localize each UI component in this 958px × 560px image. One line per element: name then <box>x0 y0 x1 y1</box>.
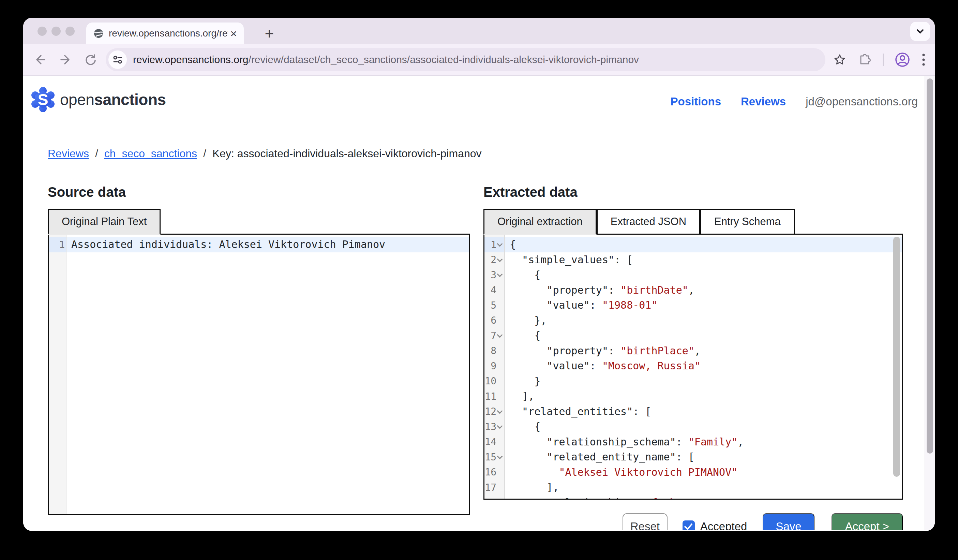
fold-chevron-icon[interactable] <box>496 257 503 263</box>
extracted-editor-code[interactable]: { "simple_values": [ { "property": "birt… <box>505 235 902 499</box>
breadcrumb-separator: / <box>203 148 206 160</box>
code-line-8[interactable]: "property": "birthPlace", <box>505 343 902 359</box>
source-editor-gutter: 1 <box>49 235 67 514</box>
user-email[interactable]: jd@opensanctions.org <box>806 95 918 108</box>
fold-chevron-icon[interactable] <box>496 423 503 430</box>
code-line-9[interactable]: "value": "Moscow, Russia" <box>505 359 902 374</box>
line-number-2: 2 <box>484 252 504 268</box>
close-window-button[interactable] <box>38 27 47 36</box>
code-line-1[interactable]: { <box>505 237 902 252</box>
code-line-12[interactable]: "related_entities": [ <box>505 404 902 419</box>
minimize-window-button[interactable] <box>51 27 61 36</box>
fold-chevron-icon[interactable] <box>496 271 503 278</box>
new-tab-button[interactable]: + <box>260 24 279 43</box>
source-tab-original-plain-text[interactable]: Original Plain Text <box>48 209 160 235</box>
window-controls <box>38 27 75 36</box>
extracted-json-editor[interactable]: 123456789101112131415161718 { "simple_va… <box>484 233 903 500</box>
line-number-12: 12 <box>484 404 504 419</box>
code-line-14[interactable]: "relationship_schema": "Family", <box>505 435 902 450</box>
fold-chevron-icon[interactable] <box>496 454 503 460</box>
line-number-10: 10 <box>484 374 504 389</box>
code-line-7[interactable]: { <box>505 328 902 343</box>
extracted-tab-entry-schema[interactable]: Entry Schema <box>700 209 795 235</box>
opensanctions-logo[interactable]: S opensanctions <box>31 87 166 112</box>
fold-spacer <box>496 287 503 293</box>
site-nav: Positions Reviews jd@opensanctions.org <box>671 92 918 111</box>
source-editor-code[interactable]: Associated individuals: Aleksei Viktorov… <box>67 235 469 514</box>
code-line-17[interactable]: ], <box>505 480 902 495</box>
reset-button[interactable]: Reset <box>623 513 668 530</box>
code-line-4[interactable]: "property": "birthDate", <box>505 283 902 298</box>
bookmark-star-icon[interactable] <box>833 53 847 67</box>
site-settings-icon[interactable] <box>108 51 127 69</box>
forward-button[interactable] <box>59 53 72 67</box>
fold-spacer <box>496 317 503 324</box>
back-button[interactable] <box>33 53 47 67</box>
line-number-15: 15 <box>484 449 504 465</box>
line-number-5: 5 <box>484 298 504 313</box>
breadcrumb: Reviews / ch_seco_sanctions / Key: assoc… <box>48 148 482 160</box>
fold-chevron-icon[interactable] <box>496 241 503 248</box>
editor-scrollbar-thumb[interactable] <box>893 237 900 477</box>
line-number-13: 13 <box>484 419 504 435</box>
browser-window: review.opensanctions.org/rev × + <box>23 18 935 531</box>
code-line-1[interactable]: Associated individuals: Aleksei Viktorov… <box>67 237 469 252</box>
page-scrollbar-thumb[interactable] <box>926 78 933 454</box>
code-line-6[interactable]: }, <box>505 313 902 328</box>
fold-chevron-icon[interactable] <box>496 332 503 339</box>
breadcrumb-current-key: Key: associated-individuals-aleksei-vikt… <box>213 148 482 160</box>
breadcrumb-link-reviews[interactable]: Reviews <box>48 148 89 160</box>
review-actions: Reset Accepted Save Accept > <box>623 513 903 530</box>
reload-button[interactable] <box>84 53 97 67</box>
tab-title: review.opensanctions.org/rev <box>109 28 228 39</box>
source-data-panel: Source data Original Plain Text 1 Associ… <box>48 184 470 515</box>
accepted-checkbox[interactable] <box>682 520 695 530</box>
code-line-18[interactable]: "relationship": "father" <box>505 495 902 499</box>
chevron-down-icon <box>915 26 925 36</box>
fold-spacer <box>496 469 503 476</box>
nav-link-positions[interactable]: Positions <box>671 95 722 108</box>
tab-list-chevron-button[interactable] <box>910 22 930 41</box>
source-text-editor[interactable]: 1 Associated individuals: Aleksei Viktor… <box>48 233 470 515</box>
accept-button[interactable]: Accept > <box>831 513 903 530</box>
code-line-15[interactable]: "related_entity_name": [ <box>505 449 902 465</box>
fold-spacer <box>496 439 503 446</box>
extracted-data-panel: Extracted data Original extractionExtrac… <box>484 184 903 515</box>
extracted-tab-original-extraction[interactable]: Original extraction <box>484 209 596 235</box>
page-scrollbar[interactable] <box>925 76 935 530</box>
line-number-14: 14 <box>484 435 504 450</box>
fold-chevron-icon[interactable] <box>496 408 503 415</box>
extracted-editor-gutter: 123456789101112131415161718 <box>484 235 505 499</box>
close-tab-icon[interactable]: × <box>230 28 237 39</box>
save-button[interactable]: Save <box>763 513 814 530</box>
code-line-16[interactable]: "Aleksei Viktorovich PIMANOV" <box>505 465 902 480</box>
breadcrumb-link-dataset[interactable]: ch_seco_sanctions <box>104 148 197 160</box>
fold-spacer <box>496 363 503 370</box>
fold-spacer <box>496 302 503 309</box>
line-number-6: 6 <box>484 313 504 328</box>
line-number-7: 7 <box>484 328 504 343</box>
nav-link-reviews[interactable]: Reviews <box>741 95 786 108</box>
fold-spacer <box>496 378 503 385</box>
code-line-5[interactable]: "value": "1988-01" <box>505 298 902 313</box>
desktop-background: review.opensanctions.org/rev × + <box>0 0 958 560</box>
line-number-11: 11 <box>484 389 504 404</box>
toolbar-divider <box>883 54 883 66</box>
source-tabs: Original Plain Text <box>48 209 470 235</box>
code-line-10[interactable]: } <box>505 374 902 389</box>
globe-favicon-icon <box>93 28 104 39</box>
extracted-tab-extracted-json[interactable]: Extracted JSON <box>596 209 700 235</box>
code-line-13[interactable]: { <box>505 419 902 435</box>
extensions-puzzle-icon[interactable] <box>857 52 872 67</box>
code-line-11[interactable]: ], <box>505 389 902 404</box>
browser-menu-kebab-icon[interactable] <box>921 52 926 67</box>
line-number-16: 16 <box>484 465 504 480</box>
code-line-2[interactable]: "simple_values": [ <box>505 252 902 268</box>
code-line-3[interactable]: { <box>505 267 902 283</box>
profile-avatar-icon[interactable] <box>895 52 910 68</box>
url-bar[interactable]: review.opensanctions.org/review/dataset/… <box>106 48 825 71</box>
browser-tab[interactable]: review.opensanctions.org/rev × <box>86 22 244 44</box>
zoom-window-button[interactable] <box>65 27 75 36</box>
source-data-title: Source data <box>48 184 470 200</box>
line-number-4: 4 <box>484 283 504 298</box>
